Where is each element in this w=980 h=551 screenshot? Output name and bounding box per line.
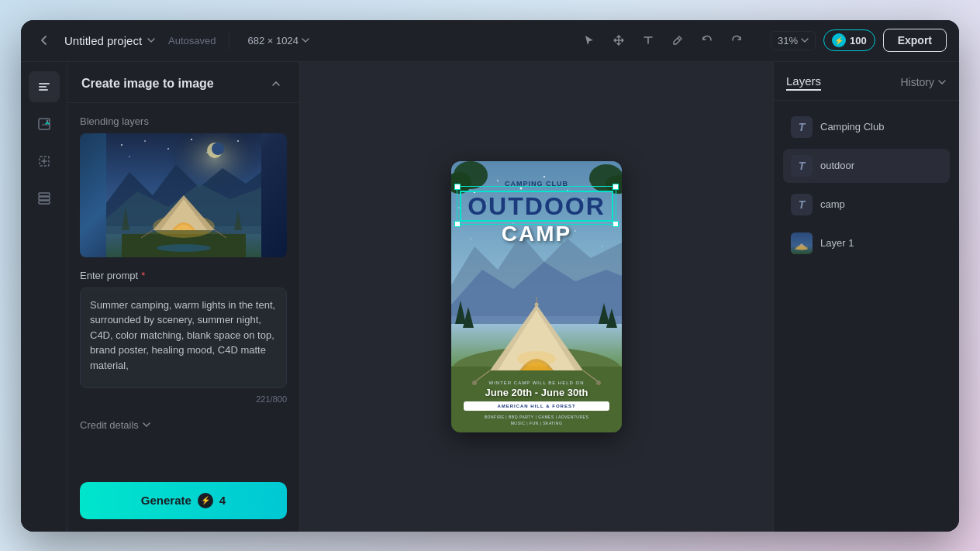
svg-point-4 <box>46 119 48 122</box>
image-replace-icon <box>37 117 51 131</box>
undo-icon <box>701 34 713 46</box>
select-tool-button[interactable] <box>577 28 602 53</box>
left-sidebar <box>21 62 67 532</box>
canvas-size-button[interactable]: 682 × 1024 <box>242 32 316 50</box>
redo-button[interactable] <box>724 28 749 53</box>
history-chevron-icon <box>937 77 947 87</box>
poster-camping-club: Camping Club <box>505 180 568 188</box>
layer-item[interactable]: T outdoor <box>783 149 950 183</box>
layer-name: Layer 1 <box>820 237 854 249</box>
handle-tr <box>612 184 619 190</box>
layer-name: outdoor <box>820 160 854 171</box>
canvas-size-label: 682 × 1024 <box>248 35 298 46</box>
canvas-area: Camping Club OUTDOOR CAMP <box>300 62 773 532</box>
text-tool-button[interactable] <box>636 28 661 53</box>
move-tool-button[interactable] <box>606 28 631 53</box>
svg-point-26 <box>157 244 211 252</box>
credit-details-toggle[interactable]: Credit details <box>80 416 287 434</box>
outdoor-text-container: OUTDOOR <box>460 189 613 222</box>
panel-collapse-button[interactable] <box>267 74 285 93</box>
blending-image[interactable] <box>80 133 287 257</box>
panel-toggle-icon <box>37 80 51 94</box>
toolbar-icons <box>577 28 749 53</box>
image-replace-button[interactable] <box>29 108 60 139</box>
credits-count: 100 <box>850 35 867 46</box>
svg-rect-1 <box>39 86 47 88</box>
svg-rect-0 <box>39 83 50 84</box>
panel-content: Blending layers <box>67 103 299 532</box>
collapse-icon <box>271 78 281 89</box>
svg-rect-8 <box>39 201 50 204</box>
blending-layers-section: Blending layers <box>80 115 287 257</box>
svg-rect-2 <box>39 89 48 91</box>
generate-label: Generate <box>141 494 192 507</box>
project-name-group[interactable]: Untitled project <box>64 34 156 47</box>
export-button[interactable]: Export <box>883 29 947 52</box>
char-count: 221/800 <box>80 394 287 404</box>
svg-point-14 <box>191 139 192 140</box>
right-panel-header: Layers History <box>774 62 959 101</box>
layer-text-icon: T <box>791 155 813 177</box>
topbar-right: 31% ⚡ 100 Export <box>771 29 947 52</box>
pen-tool-icon <box>671 34 684 46</box>
back-button[interactable] <box>33 29 55 51</box>
poster-camp-text: CAMP <box>502 222 571 246</box>
layers-tab[interactable]: Layers <box>786 74 821 91</box>
layer-text-icon: T <box>791 194 813 215</box>
layer-thumbnail <box>791 232 813 254</box>
panel-title: Create image to image <box>81 77 214 91</box>
panel-toggle-button[interactable] <box>29 71 60 102</box>
layer-item[interactable]: T camp <box>783 188 950 222</box>
layer-name: Camping Club <box>820 121 884 133</box>
project-name-chevron-icon <box>147 36 156 45</box>
credit-details-chevron-icon <box>142 420 151 429</box>
right-panel: Layers History T Camping Club T <box>773 62 959 532</box>
panel-header: Create image to image <box>67 62 299 103</box>
canvas-size-chevron-icon <box>302 36 309 44</box>
right-panel-tabs: Layers <box>786 74 821 91</box>
svg-point-12 <box>144 140 146 142</box>
credits-badge[interactable]: ⚡ 100 <box>823 29 875 51</box>
generate-button[interactable]: Generate ⚡ 4 <box>80 482 287 519</box>
prompt-label: Enter prompt * <box>80 270 287 281</box>
divider <box>229 31 229 50</box>
svg-point-17 <box>129 156 130 157</box>
handle-bl <box>454 221 461 227</box>
main-body: Create image to image Blending layers <box>21 62 959 532</box>
blending-image-svg <box>106 133 261 257</box>
transform-button[interactable] <box>29 146 60 177</box>
zoom-label: 31% <box>778 35 798 46</box>
poster-date: June 20th - June 30th <box>464 387 609 398</box>
history-tab-label: History <box>900 76 934 88</box>
history-tab-group[interactable]: History <box>900 76 947 88</box>
select-icon <box>583 34 595 46</box>
layer-item[interactable]: Layer 1 <box>783 226 950 260</box>
prompt-required-marker: * <box>141 270 145 281</box>
move-icon <box>612 34 625 46</box>
topbar: Untitled project Autosaved 682 × 1024 <box>21 20 959 62</box>
poster-winter-text: WINTER CAMP WILL BE HELD ON <box>464 381 609 385</box>
generate-cost: 4 <box>219 494 226 507</box>
svg-point-16 <box>237 140 239 142</box>
left-panel: Create image to image Blending layers <box>67 62 300 532</box>
zoom-control[interactable]: 31% <box>771 31 816 50</box>
svg-point-13 <box>167 148 169 150</box>
layer-item[interactable]: T Camping Club <box>783 110 950 144</box>
layers-panel-button[interactable] <box>29 183 60 214</box>
layers-list: T Camping Club T outdoor T camp <box>774 101 959 532</box>
text-tool-icon <box>642 34 654 46</box>
prompt-textarea[interactable] <box>80 288 287 388</box>
layer-text-icon: T <box>791 116 813 138</box>
blending-layers-label: Blending layers <box>80 115 287 127</box>
pen-tool-button[interactable] <box>665 28 690 53</box>
project-name: Untitled project <box>64 34 142 47</box>
poster-canvas[interactable]: Camping Club OUTDOOR CAMP <box>451 161 622 432</box>
svg-rect-6 <box>39 193 50 196</box>
generate-cost-icon: ⚡ <box>198 493 213 508</box>
credits-icon: ⚡ <box>832 33 846 47</box>
poster-activities-line2: MUSIC | FUN | SKATING <box>464 420 609 426</box>
undo-button[interactable] <box>695 28 719 53</box>
redo-icon <box>730 34 743 46</box>
poster-outdoor-text: OUTDOOR <box>460 191 613 222</box>
svg-rect-7 <box>39 197 50 200</box>
